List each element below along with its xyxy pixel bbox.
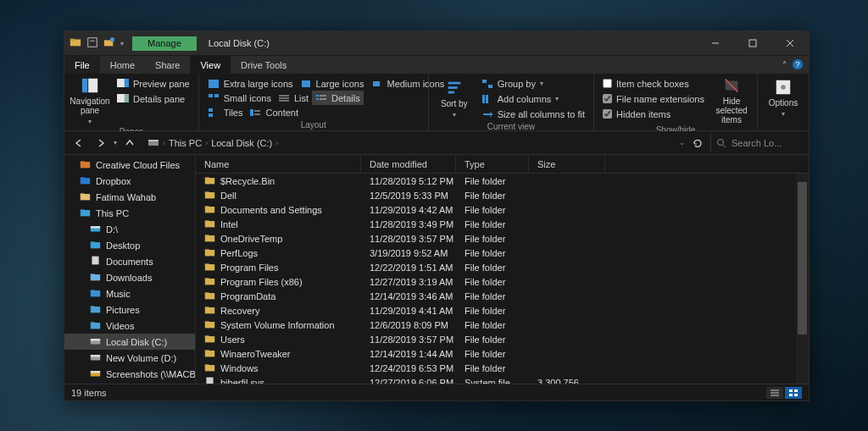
- table-row[interactable]: Users11/28/2019 3:57 PMFile folder: [196, 332, 809, 346]
- navigation-pane-button[interactable]: Navigation pane▾: [70, 76, 110, 126]
- table-row[interactable]: Windows12/24/2019 6:53 PMFile folder: [196, 361, 809, 375]
- scrollbar-thumb[interactable]: [798, 182, 807, 334]
- size-all-columns-button[interactable]: Size all columns to fit: [478, 107, 588, 121]
- col-date[interactable]: Date modified: [361, 155, 456, 173]
- table-row[interactable]: Recovery11/29/2019 4:41 AMFile folder: [196, 303, 809, 318]
- drive-icon: [90, 223, 101, 235]
- sidebar-item[interactable]: Videos: [64, 318, 195, 334]
- item-checkboxes-toggle[interactable]: Item check boxes: [599, 76, 708, 91]
- table-row[interactable]: Program Files12/22/2019 1:51 AMFile fold…: [196, 260, 809, 274]
- file-name: $Recycle.Bin: [220, 176, 275, 186]
- table-row[interactable]: ProgramData12/14/2019 3:46 AMFile folder: [196, 289, 809, 303]
- navigation-pane[interactable]: Creative Cloud FilesDropboxFatima WahabT…: [64, 155, 196, 384]
- table-row[interactable]: Documents and Settings11/29/2019 4:42 AM…: [196, 202, 809, 217]
- table-row[interactable]: PerfLogs3/19/2019 9:52 AMFile folder: [196, 246, 809, 260]
- qat-caret-icon[interactable]: ▾: [120, 40, 124, 47]
- manage-tab[interactable]: Manage: [132, 36, 197, 51]
- back-button[interactable]: [70, 134, 88, 152]
- sidebar-item[interactable]: Creative Cloud Files: [64, 157, 195, 173]
- video-icon: [90, 319, 101, 332]
- table-row[interactable]: Dell12/5/2019 5:33 PMFile folder: [196, 188, 809, 202]
- table-row[interactable]: Intel11/28/2019 3:49 PMFile folder: [196, 217, 809, 231]
- options-button[interactable]: Options▾: [763, 76, 804, 119]
- sidebar-item[interactable]: Documents: [64, 253, 195, 269]
- sidebar-item[interactable]: Dropbox: [64, 173, 195, 189]
- thumbnails-view-toggle[interactable]: [785, 387, 802, 399]
- column-headers[interactable]: Name Date modified Type Size: [196, 155, 809, 174]
- hidden-items-toggle[interactable]: Hidden items: [599, 107, 708, 121]
- chevron-right-icon[interactable]: ›: [205, 139, 208, 147]
- table-row[interactable]: OneDriveTemp11/28/2019 3:57 PMFile folde…: [196, 231, 809, 246]
- file-date: 12/27/2019 6:06 PM: [361, 378, 456, 384]
- file-extensions-toggle[interactable]: File name extensions: [599, 91, 708, 106]
- sidebar-item[interactable]: Pictures: [64, 301, 195, 318]
- details-pane-button[interactable]: Details pane: [114, 91, 193, 106]
- sidebar-item-label: Documents: [106, 257, 153, 267]
- table-row[interactable]: Program Files (x86)12/27/2019 3:19 AMFil…: [196, 274, 809, 289]
- sidebar-item[interactable]: Screenshots (\\MACBOOK: [64, 366, 195, 382]
- sidebar-item[interactable]: D:\: [64, 221, 195, 237]
- menu-share[interactable]: Share: [145, 56, 190, 74]
- sort-by-button[interactable]: Sort by▾: [434, 76, 475, 121]
- preview-pane-button[interactable]: Preview pane: [114, 76, 193, 91]
- sidebar-item[interactable]: Local Disk (C:): [64, 334, 195, 350]
- table-row[interactable]: WinaeroTweaker12/14/2019 1:44 AMFile fol…: [196, 346, 809, 361]
- svg-rect-13: [88, 79, 97, 93]
- table-row[interactable]: hiberfil.sys12/27/2019 6:06 PMSystem fil…: [196, 375, 809, 384]
- history-caret-icon[interactable]: ▾: [114, 139, 117, 146]
- properties-icon[interactable]: [86, 36, 98, 50]
- col-size[interactable]: Size: [529, 155, 605, 173]
- search-box[interactable]: Search Lo...: [710, 134, 804, 152]
- menu-view[interactable]: View: [190, 56, 231, 74]
- layout-small[interactable]: Small icons: [204, 91, 275, 105]
- hide-selected-button[interactable]: Hide selected items: [711, 76, 752, 124]
- menu-drive-tools[interactable]: Drive Tools: [231, 56, 297, 74]
- svg-rect-60: [91, 226, 100, 228]
- menu-file[interactable]: File: [64, 56, 100, 74]
- sidebar-item-label: New Volume (D:): [106, 353, 176, 363]
- layout-content[interactable]: Content: [246, 105, 302, 119]
- details-view-toggle[interactable]: [766, 387, 783, 399]
- refresh-button[interactable]: [688, 134, 707, 152]
- help-icon[interactable]: ?: [792, 58, 804, 72]
- up-button[interactable]: [120, 134, 139, 152]
- chevron-right-icon[interactable]: ›: [163, 139, 165, 147]
- forward-button[interactable]: [92, 134, 110, 152]
- sidebar-item[interactable]: Downloads: [64, 269, 195, 285]
- breadcrumb[interactable]: › This PC › Local Disk (C:) ›: [142, 134, 676, 152]
- new-folder-icon[interactable]: [103, 36, 115, 50]
- layout-extra-large[interactable]: Extra large icons: [204, 76, 297, 91]
- layout-large[interactable]: Large icons: [297, 76, 368, 91]
- file-list-pane: Name Date modified Type Size $Recycle.Bi…: [196, 155, 809, 384]
- breadcrumb-this-pc[interactable]: This PC: [169, 138, 202, 148]
- table-row[interactable]: System Volume Information12/6/2019 8:09 …: [196, 318, 809, 332]
- layout-details[interactable]: Details: [312, 91, 364, 105]
- vertical-scrollbar[interactable]: [796, 174, 809, 384]
- close-button[interactable]: [771, 31, 809, 55]
- add-columns-button[interactable]: Add columns ▾: [478, 91, 588, 106]
- menu-home[interactable]: Home: [100, 56, 145, 74]
- layout-tiles[interactable]: Tiles: [204, 105, 247, 119]
- sidebar-item[interactable]: Fatima Wahab: [64, 189, 195, 205]
- sidebar-item[interactable]: This PC: [64, 205, 195, 221]
- svg-rect-81: [205, 177, 209, 179]
- collapse-ribbon-icon[interactable]: ˄: [782, 60, 787, 69]
- svg-rect-87: [205, 220, 209, 222]
- file-date: 11/28/2019 3:57 PM: [361, 334, 456, 345]
- folder-icon: [204, 246, 215, 259]
- svg-rect-12: [82, 79, 87, 93]
- group-by-button[interactable]: Group by ▾: [478, 76, 588, 91]
- layout-list[interactable]: List: [275, 91, 312, 105]
- breadcrumb-current[interactable]: Local Disk (C:): [211, 138, 272, 148]
- maximize-button[interactable]: [734, 31, 771, 55]
- address-dropdown-icon[interactable]: ⌄: [679, 139, 685, 146]
- sidebar-item[interactable]: Music: [64, 285, 195, 301]
- titlebar[interactable]: ▾ Manage Local Disk (C:): [64, 31, 809, 55]
- sidebar-item[interactable]: New Volume (D:): [64, 350, 195, 366]
- chevron-right-icon[interactable]: ›: [275, 139, 278, 147]
- sidebar-item[interactable]: Desktop: [64, 237, 195, 253]
- col-name[interactable]: Name: [196, 155, 361, 173]
- table-row[interactable]: $Recycle.Bin11/28/2019 5:12 PMFile folde…: [196, 174, 809, 188]
- minimize-button[interactable]: [697, 31, 734, 55]
- col-type[interactable]: Type: [456, 155, 529, 173]
